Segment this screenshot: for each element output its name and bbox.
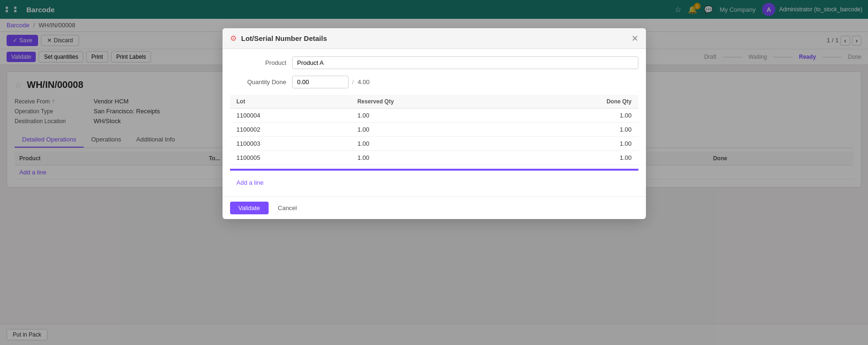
modal-reserved-qty: 1.00 — [351, 109, 513, 123]
modal-col-reserved: Reserved Qty — [351, 95, 513, 109]
modal-progress-fill — [230, 169, 638, 171]
modal-settings-icon: ⚙ — [230, 34, 237, 43]
modal-reserved-qty: 1.00 — [351, 151, 513, 165]
modal-done-qty: 1.00 — [513, 151, 638, 165]
modal-product-input[interactable] — [292, 56, 638, 69]
modal-col-lot: Lot — [230, 95, 351, 109]
modal-title: Lot/Serial Number Details — [241, 34, 627, 42]
modal-product-value-wrap — [292, 56, 638, 69]
modal-lot-number: 1100003 — [230, 137, 351, 151]
modal-reserved-qty: 1.00 — [351, 123, 513, 137]
modal-body: Product Quantity Done / 4.00 — [223, 49, 646, 194]
modal-lot-table-wrap: Lot Reserved Qty Done Qty 1100004 1.00 1… — [230, 95, 638, 169]
modal-header: ⚙ Lot/Serial Number Details ✕ — [223, 28, 646, 49]
modal-done-qty: 1.00 — [513, 137, 638, 151]
lot-serial-modal: ⚙ Lot/Serial Number Details ✕ Product Qu… — [223, 28, 646, 194]
modal-lot-row: 1100005 1.00 1.00 — [230, 151, 638, 165]
modal-product-label: Product — [230, 59, 287, 66]
modal-col-done: Done Qty — [513, 95, 638, 109]
modal-qty-label: Quantity Done — [230, 78, 287, 86]
modal-overlay: ⚙ Lot/Serial Number Details ✕ Product Qu… — [0, 0, 868, 194]
modal-progress-bar — [230, 169, 638, 171]
modal-lot-row: 1100002 1.00 1.00 — [230, 123, 638, 137]
modal-qty-row: Quantity Done / 4.00 — [230, 76, 638, 88]
modal-lot-table: Lot Reserved Qty Done Qty 1100004 1.00 1… — [230, 95, 638, 165]
qty-divider: / — [352, 78, 354, 86]
modal-close-button[interactable]: ✕ — [631, 34, 638, 43]
modal-qty-value-wrap: / 4.00 — [292, 76, 638, 88]
modal-qty-input[interactable] — [292, 76, 349, 88]
modal-lot-number: 1100004 — [230, 109, 351, 123]
modal-lot-number: 1100002 — [230, 123, 351, 137]
modal-product-row: Product — [230, 56, 638, 69]
modal-reserved-qty: 1.00 — [351, 137, 513, 151]
modal-lot-row: 1100003 1.00 1.00 — [230, 137, 638, 151]
modal-add-line-link[interactable]: Add a line — [230, 176, 271, 189]
modal-lot-number: 1100005 — [230, 151, 351, 165]
modal-done-qty: 1.00 — [513, 109, 638, 123]
qty-total: 4.00 — [358, 78, 369, 86]
modal-lot-row: 1100004 1.00 1.00 — [230, 109, 638, 123]
modal-done-qty: 1.00 — [513, 123, 638, 137]
